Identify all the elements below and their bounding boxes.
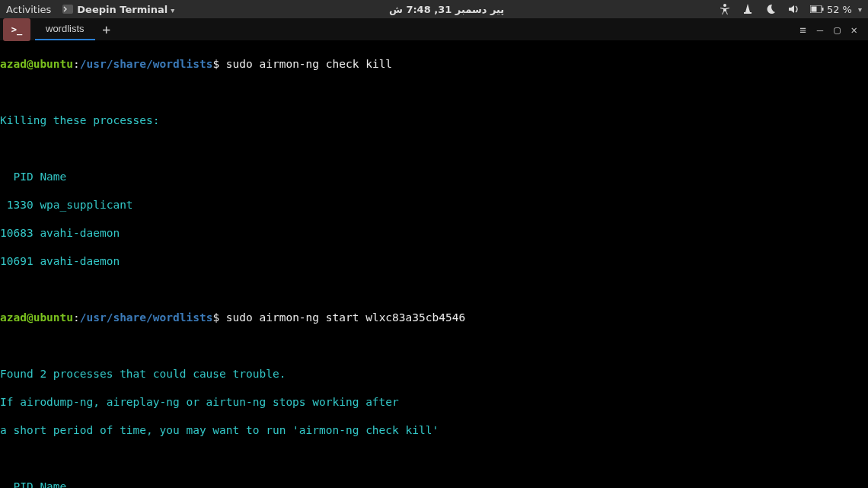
prompt-cwd: /usr/share/wordlists — [80, 311, 213, 324]
app-menu[interactable]: Deepin Terminal▾ — [62, 3, 174, 15]
maximize-button[interactable]: ▢ — [834, 24, 840, 36]
output-line: a short period of time, you may want to … — [0, 423, 868, 438]
terminal-app-icon: >_ — [3, 18, 30, 41]
output-line: If airodump-ng, aireplay-ng or airtun-ng… — [0, 395, 868, 410]
moon-icon[interactable] — [764, 3, 777, 15]
chevron-down-icon: ▾ — [168, 6, 174, 14]
clock[interactable]: پیر دسمبر 31, 7:48 ش — [174, 4, 719, 15]
command-2: sudo airmon-ng start wlxc83a35cb4546 — [226, 311, 465, 324]
new-tab-button[interactable]: + — [95, 21, 118, 37]
activities-button[interactable]: Activities — [6, 4, 51, 15]
terminal-tabbar: >_ wordlists + ≡ — ▢ ✕ — [0, 18, 868, 41]
chevron-down-icon: ▾ — [855, 5, 862, 14]
close-button[interactable]: ✕ — [851, 24, 857, 36]
volume-icon[interactable] — [787, 3, 799, 15]
vlc-icon[interactable] — [742, 3, 754, 15]
svg-rect-4 — [811, 7, 816, 12]
prompt-userhost: azad@ubuntu — [0, 58, 73, 70]
output-line: 1330 wpa_supplicant — [0, 198, 868, 212]
command-1: sudo airmon-ng check kill — [226, 58, 392, 70]
prompt-userhost: azad@ubuntu — [0, 311, 73, 324]
menu-button[interactable]: ≡ — [799, 24, 806, 36]
battery-icon — [810, 5, 824, 13]
svg-rect-0 — [62, 5, 73, 14]
system-topbar: Activities Deepin Terminal▾ پیر دسمبر 31… — [0, 0, 868, 18]
svg-rect-5 — [822, 8, 823, 11]
output-line: PID Name — [0, 480, 868, 489]
svg-rect-2 — [744, 12, 752, 14]
terminal-output[interactable]: azad@ubuntu:/usr/share/wordlists$ sudo a… — [0, 41, 868, 488]
terminal-icon — [62, 3, 74, 15]
tab-wordlists[interactable]: wordlists — [35, 18, 95, 40]
output-line: PID Name — [0, 170, 868, 184]
output-line: Found 2 processes that could cause troub… — [0, 367, 868, 381]
output-line: 10683 avahi-daemon — [0, 226, 868, 241]
accessibility-icon[interactable] — [719, 3, 731, 15]
output-line: 10691 avahi-daemon — [0, 254, 868, 269]
battery-indicator[interactable]: 52 %▾ — [810, 4, 862, 15]
output-line: Killing these processes: — [0, 113, 868, 128]
prompt-cwd: /usr/share/wordlists — [80, 58, 213, 70]
minimize-button[interactable]: — — [817, 24, 823, 36]
svg-point-1 — [723, 4, 726, 7]
